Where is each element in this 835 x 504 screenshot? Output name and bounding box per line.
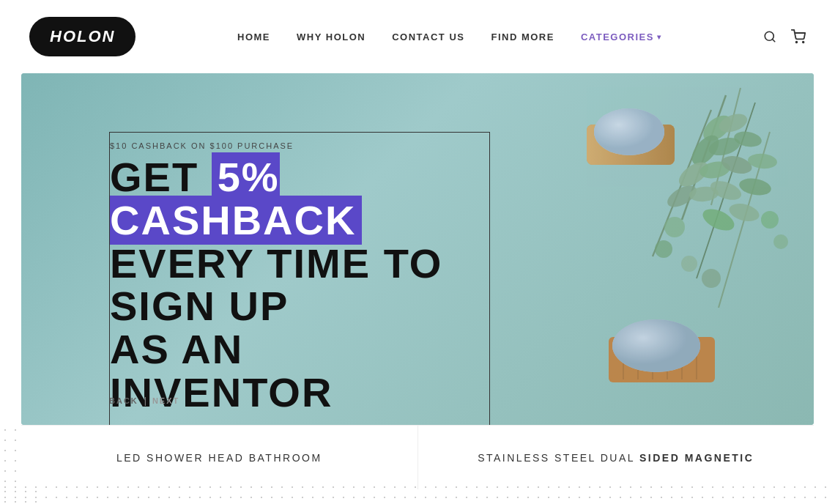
hero-border-box: $10 CASHBACK ON $100 PURCHASE GET 5% CAS…: [109, 132, 490, 425]
main-nav: HOME WHY HOLON CONTACT US FIND MORE CATE…: [237, 32, 661, 42]
svg-point-29: [773, 234, 788, 249]
product-card-2[interactable]: STAINLESS STEEL DUAL SIDED MAGNETIC: [418, 425, 814, 489]
hero-decoration: [462, 73, 814, 425]
svg-point-33: [594, 108, 664, 155]
slide-next-button[interactable]: NEXT: [152, 396, 179, 405]
svg-line-1: [772, 39, 774, 41]
product-card-2-text: STAINLESS STEEL DUAL SIDED MAGNETIC: [478, 452, 754, 464]
nav-home[interactable]: HOME: [237, 32, 270, 42]
hero-headline: GET 5% CASHBACK EVERY TIME TO SIGN UP AS…: [110, 156, 475, 415]
svg-point-26: [681, 256, 697, 272]
nav-why-holon[interactable]: WHY HOLON: [297, 32, 365, 42]
svg-point-28: [761, 211, 779, 229]
search-button[interactable]: [763, 30, 776, 43]
headline-line2: EVERY TIME TO SIGN UP: [110, 240, 442, 330]
slide-separator: |: [144, 396, 146, 406]
header: HOLON HOME WHY HOLON CONTACT US FIND MOR…: [0, 0, 835, 73]
nav-categories[interactable]: CATEGORIES ▾: [581, 32, 662, 42]
hero-section: $10 CASHBACK ON $100 PURCHASE GET 5% CAS…: [21, 73, 814, 425]
svg-point-22: [738, 176, 772, 197]
logo[interactable]: HOLON: [29, 17, 136, 56]
svg-point-25: [655, 240, 672, 258]
product-card-1-text: LED SHOWER HEAD BATHROOM: [116, 452, 322, 464]
cashback-label: $10 CASHBACK ON $100 PURCHASE: [110, 141, 475, 150]
slide-navigation: BACK | NEXT: [109, 396, 179, 406]
svg-point-3: [803, 42, 804, 43]
product-card-1[interactable]: LED SHOWER HEAD BATHROOM: [21, 425, 418, 489]
svg-point-24: [664, 217, 685, 237]
cart-button[interactable]: [791, 29, 806, 44]
dot-pattern-bottom: [0, 482, 835, 504]
svg-point-27: [702, 269, 721, 288]
chevron-down-icon: ▾: [657, 33, 662, 41]
headline-pre: GET: [110, 154, 212, 200]
slide-back-button[interactable]: BACK: [109, 396, 138, 405]
search-icon: [763, 30, 776, 43]
svg-point-2: [796, 42, 798, 43]
cart-icon: [791, 29, 806, 44]
header-icons: [763, 29, 806, 44]
nav-contact-us[interactable]: CONTACT US: [392, 32, 464, 42]
hero-content: $10 CASHBACK ON $100 PURCHASE GET 5% CAS…: [109, 132, 490, 425]
product-strip: LED SHOWER HEAD BATHROOM STAINLESS STEEL…: [21, 425, 814, 489]
nav-find-more[interactable]: FIND MORE: [491, 32, 554, 42]
svg-point-42: [612, 319, 700, 372]
